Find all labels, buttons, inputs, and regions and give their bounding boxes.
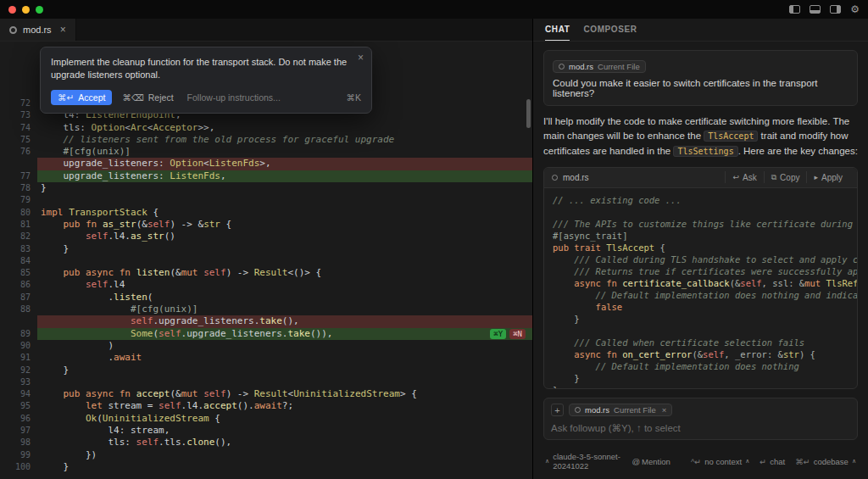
followup-instructions-input[interactable]: Follow-up instructions... [187, 92, 281, 103]
code-line[interactable]: 91 .await [0, 352, 532, 364]
settings-gear-icon[interactable]: ⚙ [850, 4, 860, 14]
close-icon[interactable]: × [662, 405, 667, 415]
line-number: 91 [0, 352, 37, 364]
chat-submit-label: chat [770, 457, 785, 466]
prompt-text: Implement the cleanup function for the t… [51, 56, 361, 82]
tab-composer[interactable]: COMPOSER [583, 19, 637, 41]
apply-button[interactable]: ▸ Apply [806, 171, 849, 183]
code-line[interactable]: 79 [0, 194, 532, 206]
toggle-bottom-panel-icon[interactable] [810, 5, 821, 14]
chat-submit-button[interactable]: ↵ chat [760, 457, 785, 466]
line-number: 86 [0, 279, 37, 291]
line-number: 99 [0, 449, 37, 461]
code-line[interactable]: 75 // listeners sent from the old proces… [0, 134, 532, 146]
code-line[interactable]: 94 pub async fn accept(&mut self) -> Res… [0, 388, 532, 400]
line-number: 100 [0, 461, 37, 473]
chat-code-line: // Default implementation does nothing a… [553, 289, 849, 301]
code-line[interactable]: 100 } [0, 461, 532, 473]
editor-lines: 72pub(crate) struct TransportStack {73 l… [0, 97, 532, 473]
chat-input[interactable]: + mod.rs Current File × Ask followup (⌘Y… [543, 398, 858, 440]
assistant-message: I'll help modify the code to make certif… [543, 114, 858, 159]
code-line[interactable]: 88 #[cfg(unix)] [0, 304, 532, 315]
code-line[interactable]: 89 Some(self.upgrade_listeners.take()),⌘… [0, 328, 532, 340]
add-context-button[interactable]: + [551, 404, 564, 416]
copy-button[interactable]: ⧉ Copy [764, 171, 807, 183]
model-selector[interactable]: ∧ claude-3-5-sonnet-20241022 [545, 452, 621, 471]
title-bar: ⚙ [0, 0, 868, 19]
line-number: 95 [0, 400, 37, 412]
copy-icon: ⧉ [771, 173, 776, 182]
shortcut-glyph: ⌘↵ [795, 457, 810, 466]
accept-line-badge[interactable]: ⌘Y [490, 329, 506, 339]
reject-button[interactable]: ⌘⌫ Reject [122, 92, 173, 103]
code-line[interactable]: 97 l4: stream, [0, 425, 532, 437]
codebase-submit-button[interactable]: ⌘↵ codebase ∧ [795, 457, 856, 466]
line-number: 82 [0, 231, 37, 242]
code-line[interactable]: 95 let stream = self.l4.accept().await?; [0, 400, 532, 412]
traffic-light-zoom-icon[interactable] [36, 6, 43, 14]
code-line[interactable]: self.upgrade_listeners.take(), [0, 315, 532, 327]
tab-chat[interactable]: CHAT [545, 19, 570, 41]
code-line[interactable]: 93 [0, 376, 532, 388]
line-number: 98 [0, 437, 37, 448]
toggle-left-panel-icon[interactable] [789, 5, 800, 14]
mention-label: Mention [642, 457, 670, 466]
line-number: 85 [0, 267, 37, 279]
code-line[interactable]: 78} [0, 182, 532, 194]
codebase-submit-label: codebase [814, 457, 849, 466]
reject-line-badge[interactable]: ⌘N [509, 329, 526, 339]
code-block-file: mod.rs [552, 173, 589, 182]
chevron-up-icon: ∧ [852, 458, 856, 465]
editor-body[interactable]: 72pub(crate) struct TransportStack {73 l… [0, 42, 532, 479]
code-line[interactable]: 82 self.l4.as_str() [0, 231, 532, 242]
close-icon[interactable]: × [358, 52, 364, 64]
code-line[interactable]: upgrade_listeners: Option<ListenFds>, [0, 158, 532, 170]
tab-modrs[interactable]: mod.rs × [0, 19, 76, 41]
code-line[interactable]: 90 ) [0, 340, 532, 352]
chat-code-line: } [553, 313, 849, 325]
toggle-right-panel-icon[interactable] [830, 5, 841, 14]
line-number [0, 158, 37, 170]
accept-button[interactable]: ⌘↵ Accept [51, 90, 112, 105]
chat-header: CHAT COMPOSER [533, 19, 868, 42]
code-line[interactable]: 98 tls: self.tls.clone(), [0, 437, 532, 448]
input-context-chip[interactable]: mod.rs Current File × [569, 404, 672, 416]
chat-code-line: async fn certificate_callback(&self, ssl… [553, 277, 849, 289]
code-line[interactable]: 92 } [0, 365, 532, 376]
code-line[interactable]: 84 [0, 255, 532, 267]
chip-subtitle: Current File [614, 405, 656, 415]
traffic-light-minimize-icon[interactable] [22, 6, 30, 14]
editor-scrollbar[interactable] [526, 99, 531, 128]
line-number: 84 [0, 255, 37, 267]
code-line[interactable]: 85 pub async fn listen(&mut self) -> Res… [0, 267, 532, 279]
traffic-light-close-icon[interactable] [8, 6, 16, 14]
code-line[interactable]: 96 Ok(UninitializedStream { [0, 413, 532, 425]
chip-subtitle: Current File [598, 62, 640, 71]
line-number: 75 [0, 134, 37, 146]
followup-shortcut: ⌘K [346, 92, 361, 103]
line-number: 83 [0, 243, 37, 255]
chevron-up-icon: ∧ [545, 458, 549, 465]
code-line[interactable]: 99 }) [0, 449, 532, 461]
code-line[interactable]: 77 upgrade_listeners: ListenFds, [0, 170, 532, 182]
chat-code-lines: // ... existing code .../// The APIs to … [544, 188, 857, 388]
code-line[interactable]: 83 } [0, 243, 532, 255]
chat-code-line: // Default implementation does nothing [553, 360, 849, 372]
code-line[interactable]: 80impl TransportStack { [0, 207, 532, 219]
code-line[interactable]: 87 .listen( [0, 292, 532, 304]
code-line[interactable]: 86 self.l4 [0, 279, 532, 291]
line-number: 79 [0, 194, 37, 206]
chat-code-line [553, 325, 849, 337]
close-icon[interactable]: × [60, 24, 66, 36]
line-number: 74 [0, 122, 37, 134]
ask-button[interactable]: ↩ Ask [725, 171, 763, 183]
mention-button[interactable]: @ Mention [632, 457, 670, 466]
line-number: 93 [0, 376, 37, 388]
code-line[interactable]: 81 pub fn as_str(&self) -> &str { [0, 219, 532, 231]
no-context-button[interactable]: ^↵ no context ∧ [691, 457, 749, 466]
code-line[interactable]: 74 tls: Option<Arc<Acceptor>>, [0, 122, 532, 134]
code-line[interactable]: 76 #[cfg(unix)] [0, 146, 532, 158]
chat-code-line: // ... existing code ... [553, 194, 849, 206]
context-chip[interactable]: mod.rs Current File [553, 60, 646, 73]
line-number: 78 [0, 182, 37, 194]
